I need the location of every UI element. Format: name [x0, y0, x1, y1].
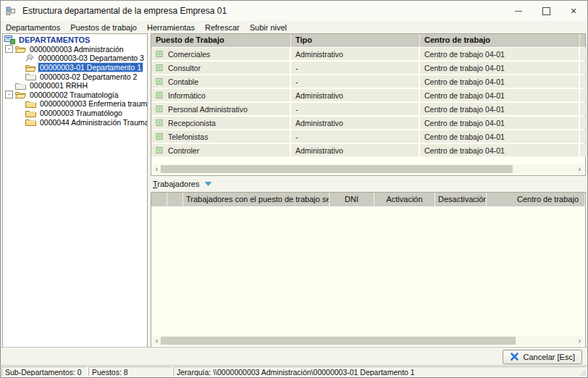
cell-tipo: - — [291, 130, 420, 143]
cell-partial — [580, 75, 588, 88]
position-row[interactable]: ControlerAdministrativoCentro de trabajo… — [151, 144, 585, 156]
maximize-button[interactable] — [532, 1, 560, 21]
tree-expander-icon[interactable]: - — [5, 45, 13, 53]
tree-item-label: 00000000003 Enfermeria trauma — [38, 99, 148, 108]
tree-item-label: 000000003-03 Departamento 3 — [37, 54, 146, 62]
position-row[interactable]: ComercialesAdministrativoCentro de traba… — [151, 48, 585, 60]
tree-expander-icon[interactable]: - — [5, 91, 13, 98]
tree-item[interactable]: 00000000003 Enfermeria trauma — [3, 99, 147, 109]
scroll-thumb[interactable] — [161, 165, 513, 173]
position-row[interactable]: RecepcionistaAdministrativoCentro de tra… — [151, 117, 585, 129]
cell-partial — [580, 130, 588, 143]
workers-column-header[interactable]: Desactivación — [435, 193, 487, 206]
close-button[interactable]: × — [560, 1, 587, 21]
folder-open-yellow-icon — [25, 64, 36, 72]
positions-table-body: ComercialesAdministrativoCentro de traba… — [151, 48, 585, 156]
tree-item-label-selected: 00000003-01 Departamento 1 — [38, 63, 143, 72]
cell-centro: Centro de trabajo 04-01 — [420, 89, 580, 101]
department-tree: DEPARTAMENTOS-0000000003 Administración0… — [3, 35, 147, 127]
tree-item[interactable]: 00000001 RRHH — [3, 81, 147, 91]
department-tree-panel: DEPARTAMENTOS-0000000003 Administración0… — [2, 33, 148, 348]
cancel-button[interactable]: Cancelar [Esc] — [503, 350, 582, 364]
position-row[interactable]: Personal Administrativo-Centro de trabaj… — [151, 103, 585, 115]
folder-closed-gray-icon — [25, 72, 36, 80]
position-name: Contable — [168, 77, 198, 86]
position-row[interactable]: Contable-Centro de trabajo 04-01 — [151, 75, 585, 88]
scroll-right-icon[interactable]: › — [576, 337, 584, 345]
tree-root-label: DEPARTAMENTOS — [17, 35, 91, 44]
cell-centro: Centro de trabajo 04-01 — [420, 144, 580, 156]
tree-item[interactable]: 000000003-03 Departamento 3 — [3, 54, 147, 63]
workers-column-header[interactable]: Centro de trabajo — [487, 193, 585, 206]
column-header-partial[interactable] — [580, 34, 588, 47]
menu-item-puestos-de-trabajo[interactable]: Puestos de trabajo — [65, 22, 142, 33]
tree-item-label: 0000003-02 Departamento 2 — [38, 72, 138, 81]
position-name: Consultor — [168, 64, 201, 72]
cell-puesto: Telefonistas — [151, 130, 291, 143]
tree-item-label: 0000044 Administración Trauma — [38, 118, 148, 127]
folder-closed-yellow-icon — [25, 109, 36, 117]
scroll-left-icon[interactable]: ‹ — [153, 337, 161, 345]
tree-item-label: 0000000003 Administración — [28, 45, 125, 54]
cell-centro: Centro de trabajo 04-01 — [420, 103, 580, 115]
resize-grip-icon[interactable] — [579, 369, 587, 377]
tree-root-item[interactable]: DEPARTAMENTOS — [3, 35, 147, 45]
scroll-thumb[interactable] — [161, 337, 516, 345]
menu-item-departamentos[interactable]: Departamentos — [1, 22, 65, 33]
workers-table: Trabajadores con el puesto de trabajo se… — [151, 192, 586, 348]
position-icon — [156, 133, 164, 140]
status-positions: Puestos: 8 — [88, 366, 172, 377]
cell-puesto: Personal Administrativo — [151, 103, 291, 115]
column-header[interactable]: Tipo — [291, 34, 420, 47]
cell-tipo: - — [291, 62, 420, 74]
menu-item-subir-nivel[interactable]: Subir nivel — [245, 22, 292, 33]
position-name: Recepcionista — [168, 119, 216, 127]
position-row[interactable]: InformáticoAdministrativoCentro de traba… — [151, 89, 585, 101]
positions-table-header: Puesto de TrabajoTipoCentro de trabajo — [151, 34, 585, 48]
tree-item[interactable]: -000000002 Traumatología — [3, 91, 147, 100]
cell-partial — [580, 117, 588, 129]
workers-table-header: Trabajadores con el puesto de trabajo se… — [151, 193, 585, 207]
scroll-right-icon[interactable]: › — [576, 165, 584, 173]
tree-item[interactable]: 00000003 Traumatólogo — [3, 109, 147, 118]
column-header[interactable]: Centro de trabajo — [420, 34, 580, 47]
position-row[interactable]: Telefonistas-Centro de trabajo 04-01 — [151, 130, 585, 143]
tree-item[interactable]: 00000003-01 Departamento 1 — [3, 63, 147, 72]
cell-tipo: Administrativo — [291, 144, 420, 156]
workers-hscrollbar[interactable]: ‹ › — [153, 336, 584, 345]
tree-item[interactable]: 0000003-02 Departamento 2 — [3, 72, 147, 81]
position-row[interactable]: Consultor-Centro de trabajo 04-01 — [151, 62, 585, 74]
workers-column-header[interactable]: DNI — [329, 193, 374, 206]
status-subdepartments: Sub-Departamentos: 0 — [1, 366, 88, 377]
cell-centro: Centro de trabajo 04-01 — [420, 62, 580, 74]
workers-column-header[interactable] — [167, 193, 183, 206]
column-header[interactable]: Puesto de Trabajo — [151, 34, 291, 47]
cell-partial — [580, 89, 588, 101]
position-icon — [156, 105, 164, 113]
cell-puesto: Contable — [151, 75, 291, 88]
workers-column-header[interactable]: Activación — [374, 193, 435, 206]
positions-table: Puesto de TrabajoTipoCentro de trabajo C… — [151, 33, 586, 176]
cell-partial — [580, 144, 588, 156]
position-name: Comerciales — [168, 50, 210, 59]
cancel-button-label: Cancelar [Esc] — [523, 353, 575, 361]
tree-item[interactable]: 0000044 Administración Trauma — [3, 117, 147, 127]
scroll-left-icon[interactable]: ‹ — [153, 165, 161, 173]
workers-column-header[interactable] — [151, 193, 167, 206]
minimize-button[interactable] — [505, 1, 532, 21]
tree-item[interactable]: -0000000003 Administración — [3, 45, 147, 54]
workers-column-header[interactable]: Trabajadores con el puesto de trabajo se… — [183, 193, 329, 206]
cell-centro: Centro de trabajo 04-01 — [420, 48, 580, 60]
cell-centro: Centro de trabajo 04-01 — [420, 130, 580, 143]
positions-hscrollbar[interactable]: ‹ › — [153, 164, 584, 174]
menu-item-refrescar[interactable]: Refrescar — [200, 22, 245, 33]
window-title: Estructura departamental de la empresa E… — [22, 6, 227, 16]
position-icon — [156, 77, 164, 85]
folder-open-yellow-icon — [15, 45, 26, 53]
menu-item-herramientas[interactable]: Herramientas — [142, 22, 200, 33]
workers-dropdown-label[interactable]: Trabajadores — [153, 180, 199, 188]
departamentos-root-icon — [4, 35, 15, 44]
dropdown-arrow-icon[interactable] — [204, 181, 212, 187]
cell-partial — [580, 48, 588, 60]
status-bar: Sub-Departamentos: 0 Puestos: 8 Jerarquí… — [1, 365, 587, 377]
